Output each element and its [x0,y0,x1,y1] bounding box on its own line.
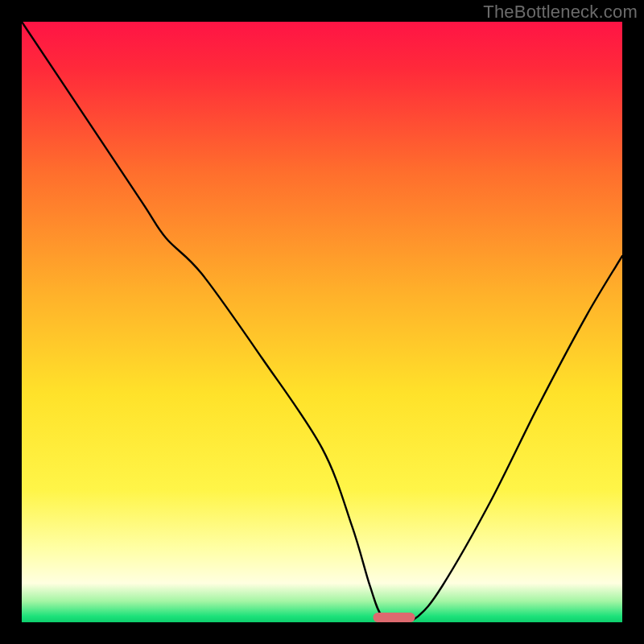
gradient-background [22,22,622,622]
optimal-marker [373,613,415,622]
plot-area [22,22,622,622]
watermark-text: TheBottleneck.com [483,2,638,23]
bottleneck-chart [22,22,622,622]
chart-frame: TheBottleneck.com [0,0,644,644]
